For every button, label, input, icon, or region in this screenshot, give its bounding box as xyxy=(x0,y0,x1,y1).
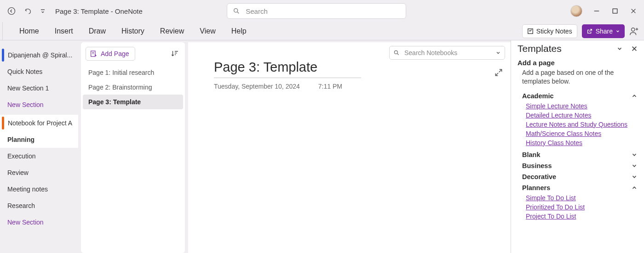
section-execution[interactable]: Execution xyxy=(0,148,78,164)
quick-access-dropdown-icon[interactable] xyxy=(40,6,46,16)
editor-area[interactable]: Tuesday, September 10, 2024 7:11 PM xyxy=(188,42,511,253)
category-label: Blank xyxy=(522,151,540,158)
chevron-down-icon[interactable] xyxy=(495,50,501,56)
minimize-button[interactable] xyxy=(592,7,601,15)
share-button[interactable]: Share xyxy=(582,24,625,38)
sort-pages-button[interactable] xyxy=(169,48,180,59)
svg-point-1 xyxy=(234,9,238,12)
template-link[interactable]: Math/Science Class Notes xyxy=(526,130,638,137)
page-item[interactable]: Page 1: Initial research xyxy=(81,65,185,80)
notebook-search[interactable] xyxy=(389,46,505,60)
template-link[interactable]: Lecture Notes and Study Questions xyxy=(526,121,638,128)
chevron-down-icon xyxy=(631,163,638,169)
section-new-section-1[interactable]: New Section 1 xyxy=(0,80,78,96)
template-link[interactable]: Project To Do List xyxy=(526,213,638,220)
page-date: Tuesday, September 10, 2024 xyxy=(214,83,300,90)
sticky-notes-label: Sticky Notes xyxy=(536,28,572,35)
category-label: Business xyxy=(522,162,552,169)
svg-point-4 xyxy=(632,28,635,31)
ribbon-tabs: Home Insert Draw History Review View Hel… xyxy=(6,23,247,39)
template-link[interactable]: Simple Lecture Notes xyxy=(526,102,638,110)
global-search[interactable] xyxy=(227,3,406,19)
template-category-decorative[interactable]: Decorative xyxy=(518,171,638,182)
section-quick-notes[interactable]: Quick Notes xyxy=(0,63,78,80)
add-a-page-heading: Add a page xyxy=(518,59,638,67)
section-new-section[interactable]: New Section xyxy=(0,96,78,113)
search-icon xyxy=(393,50,400,56)
template-link[interactable]: Detailed Lecture Notes xyxy=(526,112,638,119)
template-category-blank[interactable]: Blank xyxy=(518,149,638,160)
page-list-panel: Add Page Page 1: Initial research Page 2… xyxy=(81,42,185,253)
svg-rect-2 xyxy=(613,9,617,13)
svg-point-6 xyxy=(394,51,397,54)
title-bar-left: Page 3: Template - OneNote xyxy=(6,6,143,16)
tab-history[interactable]: History xyxy=(121,23,145,39)
notebook-label: Notebook for Project A xyxy=(8,119,72,127)
section-meeting[interactable]: Meeting notes xyxy=(0,181,78,197)
file-tab-edge[interactable] xyxy=(0,22,3,40)
tab-help[interactable]: Help xyxy=(230,23,247,39)
notebook-color-bar xyxy=(2,117,4,129)
sticky-note-icon xyxy=(527,28,534,34)
chevron-up-icon xyxy=(631,185,638,191)
section-new-section-b[interactable]: New Section xyxy=(0,214,78,231)
ribbon-right: Sticky Notes Share xyxy=(522,24,639,38)
add-page-button[interactable]: Add Page xyxy=(86,47,135,61)
template-link[interactable]: Simple To Do List xyxy=(526,194,638,202)
template-link[interactable]: History Class Notes xyxy=(526,139,638,146)
template-category-planners[interactable]: Planners xyxy=(518,182,638,193)
chevron-down-icon xyxy=(615,29,620,34)
chevron-down-icon[interactable] xyxy=(616,45,623,52)
chevron-up-icon xyxy=(631,93,638,99)
notebook-nav: Dipanjenah @ Spiral... Quick Notes New S… xyxy=(0,40,78,253)
close-button[interactable] xyxy=(629,7,638,15)
template-category-academic[interactable]: Academic xyxy=(518,90,638,101)
category-label: Planners xyxy=(522,184,550,191)
section-review[interactable]: Review xyxy=(0,164,78,181)
search-icon xyxy=(233,7,240,15)
expand-editor-icon[interactable] xyxy=(494,68,503,77)
back-icon[interactable] xyxy=(6,6,17,16)
undo-icon[interactable] xyxy=(23,6,33,16)
share-icon xyxy=(586,28,593,34)
section-research[interactable]: Research xyxy=(0,197,78,214)
page-item-selected[interactable]: Page 3: Template xyxy=(83,95,183,109)
chevron-down-icon xyxy=(631,174,638,180)
ribbon: Home Insert Draw History Review View Hel… xyxy=(0,22,644,40)
page-title-input[interactable] xyxy=(214,60,361,78)
sticky-notes-button[interactable]: Sticky Notes xyxy=(522,24,577,38)
title-bar: Page 3: Template - OneNote xyxy=(0,0,644,22)
template-link[interactable]: Prioritized To Do List xyxy=(526,203,638,211)
templates-panel: Templates Add a page Add a page based on… xyxy=(511,40,644,253)
section-planning[interactable]: Planning xyxy=(0,131,78,148)
tab-view[interactable]: View xyxy=(199,23,216,39)
notebook-item-personal[interactable]: Dipanjenah @ Spiral... xyxy=(0,47,78,63)
category-label: Academic xyxy=(522,92,554,100)
maximize-button[interactable] xyxy=(611,7,619,15)
notebook-item-project-a[interactable]: Notebook for Project A xyxy=(0,115,78,131)
global-search-input[interactable] xyxy=(245,7,400,16)
close-icon[interactable] xyxy=(631,45,638,52)
templates-title: Templates xyxy=(518,43,562,54)
notebook-label: Dipanjenah @ Spiral... xyxy=(8,51,72,59)
tab-draw[interactable]: Draw xyxy=(88,23,107,39)
add-page-label: Add Page xyxy=(101,50,129,57)
page-item[interactable]: Page 2: Brainstorming xyxy=(81,80,185,95)
page-time: 7:11 PM xyxy=(318,83,342,90)
tab-insert[interactable]: Insert xyxy=(54,23,74,39)
template-category-business[interactable]: Business xyxy=(518,160,638,171)
presence-icon[interactable] xyxy=(629,26,639,36)
notebook-color-bar xyxy=(2,49,4,62)
chevron-down-icon xyxy=(631,152,638,158)
share-label: Share xyxy=(596,28,613,35)
tab-review[interactable]: Review xyxy=(159,23,185,39)
category-label: Decorative xyxy=(522,173,556,180)
user-avatar[interactable] xyxy=(570,5,582,17)
notebook-search-input[interactable] xyxy=(403,49,492,57)
title-bar-right xyxy=(570,5,638,17)
svg-point-0 xyxy=(8,8,15,15)
tab-home[interactable]: Home xyxy=(18,23,40,39)
add-page-icon xyxy=(90,50,97,57)
templates-helper-text: Add a page based on one of the templates… xyxy=(522,68,638,86)
window-title: Page 3: Template - OneNote xyxy=(55,7,143,15)
